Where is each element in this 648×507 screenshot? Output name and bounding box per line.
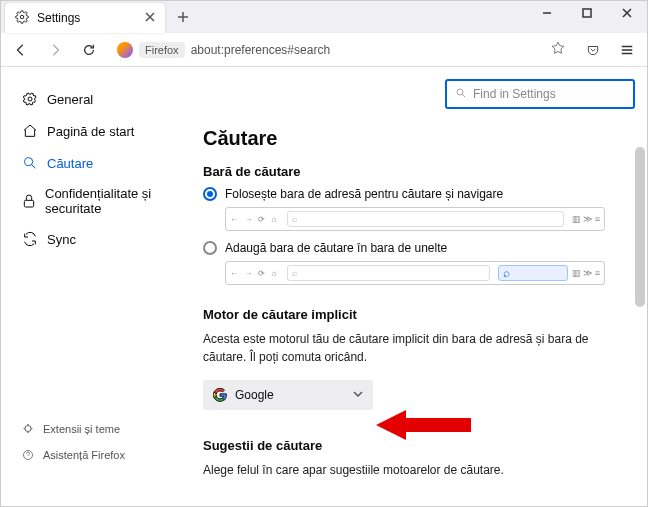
sidebar-item-label: General (47, 92, 93, 107)
preview-nav-icons: ← → ⟳ ⌂ (230, 215, 279, 224)
preview-address-slot: ⌕ (287, 265, 490, 281)
sidebar-item-general[interactable]: General (15, 83, 181, 115)
search-icon (21, 154, 39, 172)
home-icon (21, 122, 39, 140)
pocket-icon[interactable] (579, 36, 607, 64)
radio-label: Adaugă bara de căutare în bara de unelte (225, 241, 447, 255)
preview-search-slot: ⌕ (498, 265, 568, 281)
svg-point-6 (457, 89, 463, 95)
close-icon[interactable] (145, 11, 155, 25)
radio-label: Folosește bara de adresă pentru căutare … (225, 187, 503, 201)
sidebar-item-label: Pagină de start (47, 124, 134, 139)
puzzle-icon (21, 420, 35, 438)
url-text: about:preferences#search (191, 43, 545, 57)
google-icon (213, 388, 227, 402)
preferences-sidebar: General Pagină de start Căutare Confiden… (1, 67, 181, 478)
sidebar-item-search[interactable]: Căutare (15, 147, 181, 179)
app-menu-button[interactable] (613, 36, 641, 64)
suggestions-description: Alege felul în care apar sugestiile moto… (203, 461, 635, 478)
preview-nav-icons: ← → ⟳ ⌂ (230, 269, 279, 278)
select-value: Google (235, 388, 353, 402)
gear-icon (21, 90, 39, 108)
svg-point-3 (25, 158, 33, 166)
sidebar-extensions[interactable]: Extensii și teme (15, 416, 131, 442)
sidebar-item-label: Asistență Firefox (43, 449, 125, 461)
default-engine-heading: Motor de căutare implicit (203, 307, 635, 322)
svg-rect-4 (24, 200, 33, 207)
searchbar-section-heading: Bară de căutare (203, 164, 635, 179)
gear-icon (15, 10, 29, 27)
search-icon (455, 87, 467, 102)
new-tab-button[interactable] (169, 3, 197, 31)
maximize-button[interactable] (567, 0, 607, 27)
radio-separate-search[interactable]: Adaugă bara de căutare în bara de unelte (203, 241, 635, 255)
lock-icon (21, 192, 37, 210)
sync-icon (21, 230, 39, 248)
find-placeholder: Find in Settings (473, 87, 556, 101)
radio-icon (203, 241, 217, 255)
url-scheme-badge: Firefox (139, 42, 185, 58)
sidebar-item-label: Extensii și teme (43, 423, 120, 435)
window-close-button[interactable] (607, 0, 647, 27)
svg-point-0 (20, 15, 24, 19)
preview-end-icons: ▥ ≫ ≡ (572, 268, 600, 278)
sidebar-support[interactable]: Asistență Firefox (15, 442, 131, 468)
svg-marker-7 (376, 410, 471, 440)
vertical-scrollbar[interactable] (635, 147, 645, 307)
default-engine-select[interactable]: Google (203, 380, 373, 410)
sidebar-item-privacy[interactable]: Confidențialitate și securitate (15, 179, 181, 223)
minimize-button[interactable] (527, 0, 567, 27)
sidebar-item-home[interactable]: Pagină de start (15, 115, 181, 147)
back-button[interactable] (7, 36, 35, 64)
svg-point-2 (28, 97, 32, 101)
preview-end-icons: ▥ ≫ ≡ (572, 214, 600, 224)
bookmark-star-icon[interactable] (551, 41, 565, 58)
firefox-icon (117, 42, 133, 58)
searchbar-preview-separate: ← → ⟳ ⌂ ⌕ ⌕ ▥ ≫ ≡ (225, 261, 605, 285)
default-engine-description: Acesta este motorul tău de căutare impli… (203, 330, 635, 366)
address-bar[interactable]: Firefox about:preferences#search (109, 37, 573, 63)
svg-rect-1 (583, 9, 591, 17)
searchbar-preview-inline: ← → ⟳ ⌂ ⌕ ▥ ≫ ≡ (225, 207, 605, 231)
help-icon (21, 446, 35, 464)
main-panel: Find in Settings Căutare Bară de căutare… (181, 67, 647, 478)
preview-address-slot: ⌕ (287, 211, 564, 227)
radio-inline-search[interactable]: Folosește bara de adresă pentru căutare … (203, 187, 635, 201)
sidebar-item-label: Confidențialitate și securitate (45, 186, 175, 216)
navigation-toolbar: Firefox about:preferences#search (1, 33, 647, 67)
tab-label: Settings (37, 11, 145, 25)
forward-button[interactable] (41, 36, 69, 64)
suggestions-heading: Sugestii de căutare (203, 438, 635, 453)
sidebar-item-label: Sync (47, 232, 76, 247)
tab-settings[interactable]: Settings (5, 3, 165, 33)
tab-strip: Settings (1, 1, 647, 33)
find-in-settings[interactable]: Find in Settings (445, 79, 635, 109)
reload-button[interactable] (75, 36, 103, 64)
sidebar-item-label: Căutare (47, 156, 93, 171)
page-heading: Căutare (203, 127, 635, 150)
chevron-down-icon (353, 388, 363, 402)
sidebar-item-sync[interactable]: Sync (15, 223, 181, 255)
radio-icon (203, 187, 217, 201)
